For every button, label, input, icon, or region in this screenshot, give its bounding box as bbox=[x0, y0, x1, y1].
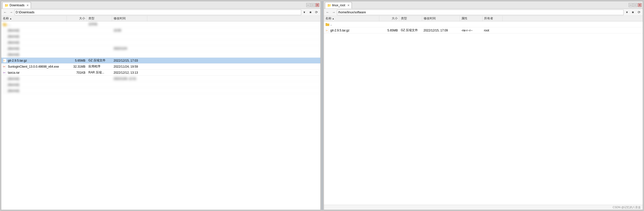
right-col-type[interactable]: 类型 bbox=[399, 16, 422, 21]
svg-rect-2 bbox=[3, 41, 6, 44]
file-date bbox=[112, 82, 147, 88]
right-tab-folder-icon: 📁 bbox=[327, 4, 331, 7]
pane-divider[interactable] bbox=[322, 1, 323, 210]
left-tab-downloads[interactable]: 📁 Downloads ✕ bbox=[2, 2, 31, 9]
right-col-owner[interactable]: 所有者 bbox=[483, 16, 503, 21]
file-type bbox=[87, 76, 112, 81]
right-dropdown-btn[interactable]: ▾ bbox=[624, 10, 630, 15]
svg-rect-13 bbox=[3, 89, 6, 93]
right-tab-linux-root[interactable]: 📁 linux_root ✕ bbox=[325, 2, 352, 9]
left-address-bar[interactable] bbox=[14, 10, 301, 15]
left-minimize-btn[interactable]: — bbox=[306, 3, 310, 7]
left-file-row[interactable]: (blurred) bbox=[1, 52, 320, 58]
file-owner bbox=[483, 21, 503, 27]
left-file-row[interactable]: (blurred)2022/12/4 bbox=[1, 46, 320, 52]
right-col-name[interactable]: 名称 ▲ bbox=[324, 16, 379, 21]
file-type bbox=[87, 27, 112, 33]
left-address-input[interactable] bbox=[16, 11, 300, 14]
file-size bbox=[67, 27, 87, 33]
file-type: GZ 压缩文件 bbox=[399, 27, 422, 33]
file-name: .. bbox=[330, 23, 332, 26]
file-name: (blurred) bbox=[8, 83, 19, 87]
file-date bbox=[112, 21, 147, 27]
file-size: 5.65MB bbox=[67, 58, 87, 63]
file-size bbox=[67, 39, 87, 45]
file-type: RAR 压缩... bbox=[87, 70, 112, 75]
right-file-list: ..GZgit-2.9.5.tar.gz5.65MBGZ 压缩文件2022/12… bbox=[324, 21, 643, 205]
svg-text:GZ: GZ bbox=[326, 30, 328, 31]
right-col-date[interactable]: 修改时间 bbox=[422, 16, 460, 21]
right-maximize-btn[interactable]: □ bbox=[633, 3, 637, 7]
left-file-row[interactable]: GZgit-2.9.5.tar.gz5.65MBGZ 压缩文件2022/12/1… bbox=[1, 58, 320, 64]
left-win-controls: — □ ✕ bbox=[306, 3, 319, 7]
right-tab-close[interactable]: ✕ bbox=[347, 4, 350, 7]
left-file-row[interactable]: (blurred) bbox=[1, 39, 320, 46]
status-bar: CSDN @记忆的八音盒 bbox=[324, 205, 643, 210]
right-tab-label: linux_root bbox=[332, 4, 345, 7]
file-size: 5.65MB bbox=[379, 27, 399, 33]
file-name: git-2.9.5.tar.gz bbox=[8, 59, 27, 62]
file-attr: -rw-r--r-- bbox=[460, 27, 483, 33]
left-col-name[interactable]: 名称 ▲ bbox=[1, 16, 67, 21]
left-close-btn[interactable]: ✕ bbox=[315, 3, 319, 7]
left-file-row[interactable]: (blurred) bbox=[1, 88, 320, 94]
file-name: (blurred) bbox=[8, 89, 19, 93]
right-refresh-btn[interactable]: ⟳ bbox=[636, 10, 642, 15]
right-minimize-btn[interactable]: — bbox=[629, 3, 633, 7]
file-type bbox=[87, 39, 112, 45]
left-tab-close[interactable]: ✕ bbox=[26, 4, 29, 7]
left-forward-btn[interactable]: → bbox=[8, 10, 14, 15]
left-refresh-btn[interactable]: ⟳ bbox=[314, 10, 319, 15]
right-close-btn[interactable]: ✕ bbox=[638, 3, 642, 7]
file-type bbox=[87, 82, 112, 88]
file-name: git-2.9.5.tar.gz bbox=[330, 29, 350, 32]
right-back-btn[interactable]: ← bbox=[325, 10, 330, 15]
left-bookmark-btn[interactable]: ★ bbox=[308, 10, 313, 15]
left-file-row[interactable]: ...文件夹 bbox=[1, 21, 320, 27]
svg-rect-12 bbox=[3, 83, 6, 87]
left-maximize-btn[interactable]: □ bbox=[311, 3, 315, 7]
file-size bbox=[67, 52, 87, 57]
right-bookmark-btn[interactable]: ★ bbox=[630, 10, 636, 15]
file-date: 2022/11/24, 19:59 bbox=[112, 64, 147, 69]
left-column-headers: 名称 ▲ 大小 类型 修改时间 bbox=[1, 16, 320, 21]
right-tabs: 📁 linux_root ✕ bbox=[325, 1, 629, 9]
left-tab-folder-icon: 📁 bbox=[5, 4, 9, 7]
right-column-headers: 名称 ▲ 大小 类型 修改时间 属性 所有者 bbox=[324, 16, 643, 21]
left-file-list: ...文件夹(blurred)10:00(blurred)(blurred)(b… bbox=[1, 21, 320, 210]
file-name: taxca.rar bbox=[8, 71, 20, 74]
file-name: ... bbox=[8, 23, 10, 26]
left-file-row[interactable]: (blurred)10:00 bbox=[1, 27, 320, 33]
svg-text:EXE: EXE bbox=[3, 66, 5, 67]
file-name: (blurred) bbox=[8, 35, 19, 38]
right-col-attr[interactable]: 属性 bbox=[460, 16, 483, 21]
right-col-size[interactable]: 大小 bbox=[379, 16, 399, 21]
left-file-row[interactable]: EXESunloginClient_13.0.0.48698_x64.exe32… bbox=[1, 64, 320, 70]
left-col-type[interactable]: 类型 bbox=[87, 16, 112, 21]
right-address-input[interactable] bbox=[338, 11, 623, 14]
left-dropdown-btn[interactable]: ▾ bbox=[302, 10, 307, 15]
left-col-date[interactable]: 修改时间 bbox=[112, 16, 147, 21]
right-forward-btn[interactable]: → bbox=[331, 10, 336, 15]
left-file-row[interactable]: RARtaxca.rar701KBRAR 压缩...2022/12/12, 13… bbox=[1, 70, 320, 76]
file-date bbox=[422, 21, 460, 27]
file-size: 701KB bbox=[67, 70, 87, 75]
svg-text:GZ: GZ bbox=[3, 60, 5, 61]
file-name: (blurred) bbox=[8, 77, 19, 80]
file-name: SunloginClient_13.0.0.48698_x64.exe bbox=[8, 65, 59, 68]
right-file-row[interactable]: .. bbox=[324, 21, 643, 27]
right-address-bar[interactable] bbox=[337, 10, 624, 15]
file-date: 2022/12/15, 17:03 bbox=[112, 58, 147, 63]
right-file-row[interactable]: GZgit-2.9.5.tar.gz5.65MBGZ 压缩文件2022/12/1… bbox=[324, 27, 643, 33]
svg-text:RAR: RAR bbox=[3, 72, 6, 73]
left-back-btn[interactable]: ← bbox=[2, 10, 8, 15]
left-col-size[interactable]: 大小 bbox=[67, 16, 87, 21]
left-file-window: 📁 Downloads ✕ — □ ✕ ← → ▾ ★ ⟳ bbox=[1, 1, 321, 210]
left-tabs: 📁 Downloads ✕ bbox=[2, 1, 306, 9]
file-size: 32.31MB bbox=[67, 64, 87, 69]
left-file-row[interactable]: (blurred) bbox=[1, 33, 320, 39]
left-file-row[interactable]: (blurred) bbox=[1, 82, 320, 88]
file-date bbox=[112, 88, 147, 94]
left-toolbar: ← → ▾ ★ ⟳ bbox=[1, 9, 320, 16]
left-file-row[interactable]: (blurred)2022/12/8, 12:31 bbox=[1, 76, 320, 82]
